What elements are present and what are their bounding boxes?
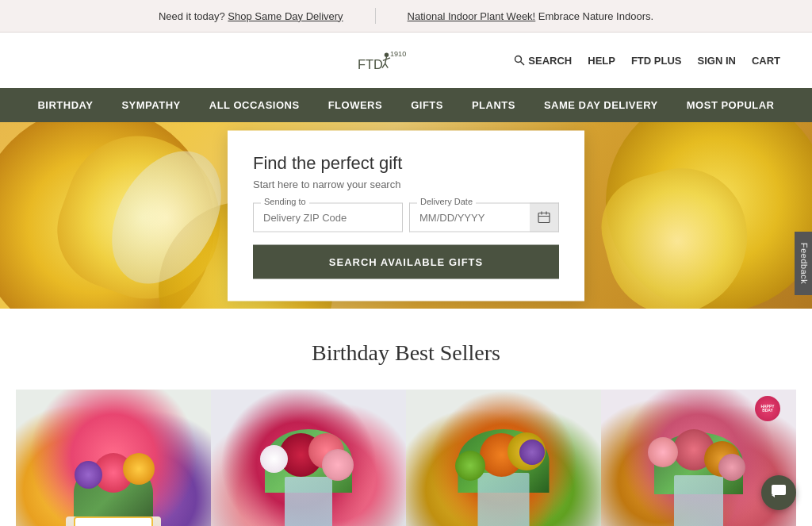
cart-nav-item[interactable]: CART (752, 55, 780, 67)
search-label: SEARCH (528, 55, 572, 67)
chat-button[interactable] (761, 475, 796, 510)
svg-point-2 (384, 52, 388, 56)
hero-section: Find the perfect gift Start here to narr… (0, 122, 812, 309)
ftd-logo[interactable]: FTD 1910 (350, 40, 437, 80)
svg-line-5 (386, 58, 390, 60)
search-gifts-button[interactable]: SEARCH AVAILABLE GIFTS (253, 244, 559, 278)
nav-same-day[interactable]: SAME DAY DELIVERY (530, 88, 672, 122)
svg-rect-10 (538, 213, 550, 223)
svg-rect-14 (772, 485, 786, 495)
announcement-divider (375, 8, 376, 24)
search-nav-item[interactable]: SEARCH (514, 55, 572, 67)
nav-gifts[interactable]: GIFTS (396, 88, 458, 122)
best-sellers-section: Birthday Best Sellers HAPPY birthday (0, 309, 812, 526)
help-nav-item[interactable]: HELP (588, 55, 615, 67)
feedback-tab[interactable]: Feedback (795, 231, 812, 294)
nav-plants[interactable]: PLANTS (458, 88, 530, 122)
search-fields: Sending to Delivery Date (253, 202, 559, 232)
chat-icon (770, 482, 787, 504)
delivery-date-label: Delivery Date (417, 196, 476, 205)
product-card-1[interactable]: HAPPY birthday Birthday Brights Bouquet (16, 390, 211, 526)
svg-point-8 (515, 56, 522, 63)
svg-line-3 (385, 57, 386, 63)
nav-all-occasions[interactable]: ALL OCCASIONS (195, 88, 314, 122)
announcement-left: Need it today? Shop Same Day Delivery (159, 10, 343, 22)
same-day-delivery-link[interactable]: Shop Same Day Delivery (228, 10, 343, 22)
nav-most-popular[interactable]: MOST POPULAR (672, 88, 789, 122)
header-nav: SEARCH HELP FTD PLUS SIGN IN CART (514, 55, 780, 67)
best-sellers-title: Birthday Best Sellers (16, 340, 796, 366)
svg-line-7 (385, 63, 388, 67)
svg-text:FTD: FTD (358, 57, 383, 71)
signin-nav-item[interactable]: SIGN IN (697, 55, 735, 67)
gift-search-box: Find the perfect gift Start here to narr… (228, 130, 584, 301)
product-image-2 (211, 390, 406, 526)
date-field-group: Delivery Date (409, 202, 559, 232)
announcement-bar: Need it today? Shop Same Day Delivery Na… (0, 0, 812, 33)
date-wrapper (409, 202, 559, 232)
ftdplus-nav-item[interactable]: FTD PLUS (631, 55, 682, 67)
calendar-button[interactable] (530, 202, 559, 232)
zip-input[interactable] (253, 202, 403, 232)
search-icon (514, 55, 525, 66)
calendar-icon (538, 211, 550, 224)
search-box-subtitle: Start here to narrow your search (253, 178, 559, 190)
zip-field-group: Sending to (253, 202, 403, 232)
svg-text:1910: 1910 (390, 50, 406, 58)
search-box-title: Find the perfect gift (253, 152, 559, 173)
site-header: FTD 1910 SEARCH HELP FTD PLUS SIGN IN CA… (0, 33, 812, 88)
product-image-3 (406, 390, 601, 526)
sending-to-label: Sending to (261, 196, 309, 205)
products-grid: HAPPY birthday Birthday Brights Bouquet (16, 390, 796, 526)
plant-week-link[interactable]: National Indoor Plant Week! (408, 10, 536, 22)
main-navigation: BIRTHDAY SYMPATHY ALL OCCASIONS FLOWERS … (0, 88, 812, 122)
product-card-2[interactable]: Sweet & Pretty Bouquet (211, 390, 406, 526)
nav-birthday[interactable]: BIRTHDAY (23, 88, 107, 122)
svg-line-9 (521, 62, 525, 66)
nav-flowers[interactable]: FLOWERS (314, 88, 397, 122)
date-input[interactable] (409, 202, 530, 232)
product-image-1: HAPPY birthday (16, 390, 211, 526)
nav-sympathy[interactable]: SYMPATHY (107, 88, 194, 122)
announcement-right: National Indoor Plant Week! Embrace Natu… (408, 10, 654, 22)
product-card-3[interactable]: Marmalade Skies Bouquet (406, 390, 601, 526)
logo-area: FTD 1910 (273, 40, 514, 80)
